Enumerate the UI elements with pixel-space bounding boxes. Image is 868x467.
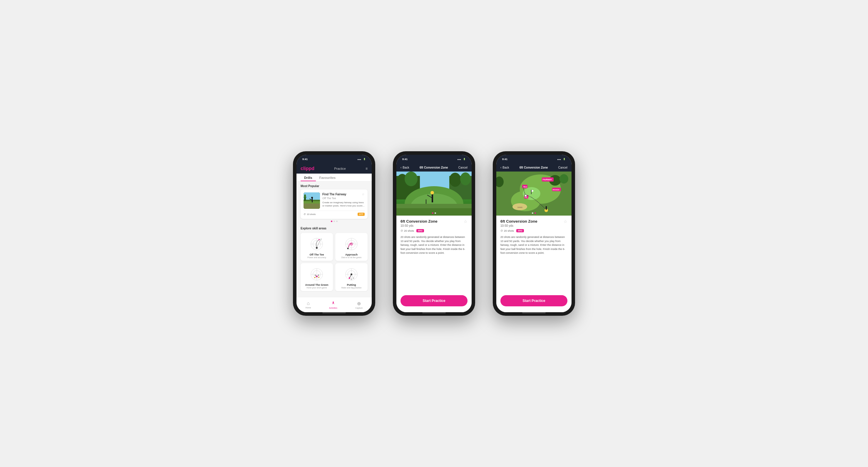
hero-image-photo <box>396 171 472 215</box>
off-the-tee-icon <box>308 236 326 252</box>
thumbnail-svg <box>304 192 320 209</box>
back-label-p3: Back <box>502 166 509 169</box>
card-description: Create an imaginary fairway using trees … <box>322 201 365 207</box>
atg-icon <box>308 266 326 282</box>
skill-card-atg[interactable]: Around The Green Hone your short game <box>301 263 333 291</box>
golf-photo <box>396 171 472 215</box>
skill-card-putting[interactable]: Putting Make and lag practice <box>335 263 368 291</box>
img-dot-p3-2 <box>534 212 536 214</box>
drill-badge: OTT <box>358 213 365 216</box>
putting-icon <box>343 266 360 282</box>
drill-meta: ⏱ 20 shots ARG <box>401 229 467 232</box>
status-time: 9:41 <box>302 158 308 161</box>
nav-activities-label: Activities <box>329 307 337 309</box>
svg-point-14 <box>318 239 320 240</box>
card-title: Find The Fairway <box>322 192 365 196</box>
carousel-dots <box>297 219 372 224</box>
nav-home[interactable]: ⌂ Home <box>303 300 313 310</box>
skill-desc-atg: Hone your short game <box>307 287 327 289</box>
svg-text:ROUGH: ROUGH <box>553 189 559 191</box>
start-practice-button[interactable]: Start Practice <box>401 295 467 306</box>
img-dot-2 <box>435 212 436 214</box>
svg-point-55 <box>431 191 434 194</box>
cancel-button-p3[interactable]: Cancel <box>558 166 567 169</box>
header-title: Practice <box>334 167 346 170</box>
p2-header: ‹ Back 6ft Conversion Zone Cancel <box>396 164 472 171</box>
drill-badge: ARG <box>416 229 424 232</box>
svg-point-13 <box>316 247 318 249</box>
back-button-p3[interactable]: ‹ Back <box>500 166 509 169</box>
skill-card-approach[interactable]: Approach Dial-in to hit the green <box>335 233 368 261</box>
nav-activities[interactable]: Activities <box>327 299 340 310</box>
svg-rect-59 <box>396 208 472 215</box>
svg-point-40 <box>350 273 352 275</box>
app-header: clippd Practice ≡ <box>297 164 372 174</box>
menu-icon[interactable]: ≡ <box>366 167 368 171</box>
card-row: Find The Fairway Off The Tee Create an i… <box>304 192 365 209</box>
status-time-p3: 9:41 <box>502 158 507 161</box>
phone-2-screen: 9:41 ●●● 🔋 ‹ Back 6ft Conversion Zone Ca… <box>396 155 472 312</box>
status-icons: ●●● 🔋 <box>357 158 366 160</box>
popular-card[interactable]: ☆ <box>301 190 368 219</box>
svg-text:FAIRWAY: FAIRWAY <box>543 178 552 180</box>
drill-header-p3: 6ft Conversion Zone 10-50 yds ☆ <box>500 219 567 227</box>
start-practice-button-p3[interactable]: Start Practice <box>500 295 567 306</box>
skill-name-approach: Approach <box>345 253 358 256</box>
home-indicator-p2 <box>422 312 446 313</box>
svg-point-32 <box>318 275 319 276</box>
p2-header-title: 6ft Conversion Zone <box>420 166 448 169</box>
drill-title-p3: 6ft Conversion Zone <box>500 219 537 224</box>
drill-star-p3[interactable]: ☆ <box>564 219 567 224</box>
favourite-star[interactable]: ☆ <box>362 192 365 196</box>
start-practice-area: Start Practice <box>396 292 472 312</box>
approach-icon <box>343 236 360 252</box>
svg-point-44 <box>333 302 334 303</box>
skill-card-off-the-tee[interactable]: Off The Tee Power and accuracy <box>301 233 333 261</box>
drill-description: 20 shots are randomly generated at dista… <box>401 235 467 255</box>
drill-description-p3: 20 shots are randomly generated at dista… <box>500 235 567 255</box>
drill-header: 6ft Conversion Zone 10-50 yds ☆ <box>401 219 467 227</box>
golf-map-svg: SAND FAIRWAY ROUGH Miss <box>496 171 571 215</box>
svg-point-41 <box>348 277 350 279</box>
svg-point-7 <box>311 197 313 199</box>
dot-2 <box>334 221 335 222</box>
phone-1-screen: 9:41 ●●● 🔋 clippd Practice ≡ Drills Favo… <box>297 155 372 312</box>
drill-title-group: 6ft Conversion Zone 10-50 yds <box>401 219 437 227</box>
svg-point-22 <box>351 243 352 244</box>
card-subtitle: Off The Tee <box>322 197 365 200</box>
img-dot-p3-1 <box>532 212 533 214</box>
clock-icon: ⏱ <box>401 229 403 232</box>
bottom-nav: ⌂ Home Activities ⊕ Capture <box>297 297 372 312</box>
tab-drills[interactable]: Drills <box>301 174 316 181</box>
tabs-bar: Drills Favourites <box>297 174 372 181</box>
svg-point-23 <box>352 243 353 244</box>
skill-areas-grid: Off The Tee Power and accuracy <box>297 232 372 294</box>
back-button[interactable]: ‹ Back <box>401 166 409 169</box>
start-practice-area-p3: Start Practice <box>496 292 571 312</box>
svg-point-20 <box>347 247 348 249</box>
cancel-button[interactable]: Cancel <box>458 166 467 169</box>
svg-point-42 <box>352 277 354 279</box>
app-logo: clippd <box>301 166 314 171</box>
svg-point-43 <box>350 278 352 280</box>
tab-favourites[interactable]: Favourites <box>316 174 339 181</box>
back-label: Back <box>403 166 409 169</box>
golf-photo-svg <box>396 171 472 215</box>
svg-point-49 <box>405 171 417 186</box>
phones-container: 9:41 ●●● 🔋 clippd Practice ≡ Drills Favo… <box>293 151 575 316</box>
dot-3 <box>336 221 338 222</box>
nav-capture[interactable]: ⊕ Capture <box>353 300 365 310</box>
drill-title: 6ft Conversion Zone <box>401 219 437 224</box>
clock-icon-p3: ⏱ <box>500 229 503 232</box>
shots-label: ⏱ 20 shots <box>401 229 414 232</box>
status-time-p2: 9:41 <box>402 158 408 161</box>
skill-name-atg: Around The Green <box>305 283 328 287</box>
status-icons-p3: ●●● 🔋 <box>557 158 566 160</box>
svg-rect-78 <box>546 206 547 210</box>
svg-point-79 <box>525 194 527 197</box>
svg-point-50 <box>449 173 461 187</box>
home-indicator-p3 <box>522 312 546 313</box>
drill-star[interactable]: ☆ <box>464 219 467 224</box>
image-dots <box>432 212 436 214</box>
hero-image-map: SAND FAIRWAY ROUGH Miss <box>496 171 571 215</box>
